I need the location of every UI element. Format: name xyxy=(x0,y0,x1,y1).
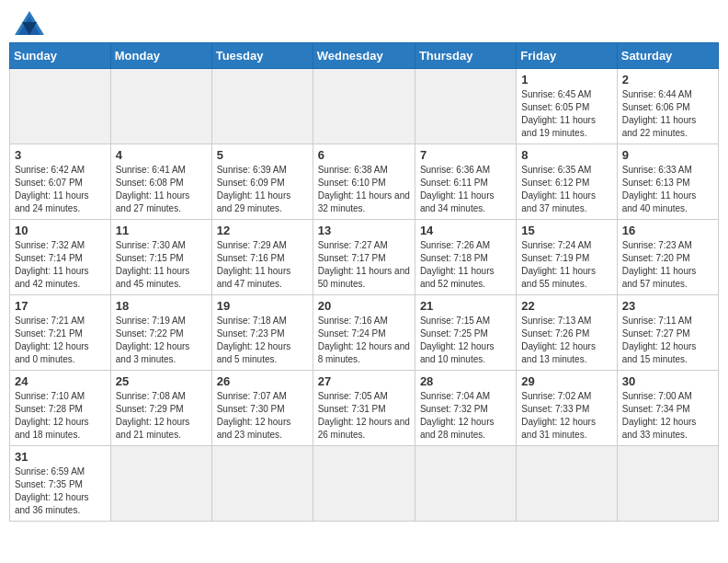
day-number: 19 xyxy=(217,299,308,313)
day-number: 10 xyxy=(15,224,106,237)
day-info: Sunrise: 6:36 AM Sunset: 6:11 PM Dayligh… xyxy=(420,164,511,215)
calendar-cell: 25Sunrise: 7:08 AM Sunset: 7:29 PM Dayli… xyxy=(110,371,211,446)
day-info: Sunrise: 7:32 AM Sunset: 7:14 PM Dayligh… xyxy=(15,239,106,291)
calendar-week-2: 3Sunrise: 6:42 AM Sunset: 6:07 PM Daylig… xyxy=(10,144,719,220)
calendar-cell xyxy=(617,446,718,522)
day-info: Sunrise: 7:08 AM Sunset: 7:29 PM Dayligh… xyxy=(116,390,207,442)
calendar-cell xyxy=(313,69,415,144)
calendar-cell xyxy=(10,69,111,144)
day-number: 11 xyxy=(116,224,207,237)
day-number: 30 xyxy=(622,374,713,388)
calendar-week-3: 10Sunrise: 7:32 AM Sunset: 7:14 PM Dayli… xyxy=(10,220,719,295)
day-number: 24 xyxy=(15,374,106,388)
day-number: 1 xyxy=(521,73,611,86)
day-number: 7 xyxy=(420,148,511,162)
calendar-cell xyxy=(211,69,313,144)
calendar-cell xyxy=(517,446,617,522)
calendar-cell: 23Sunrise: 7:11 AM Sunset: 7:27 PM Dayli… xyxy=(617,295,718,371)
day-info: Sunrise: 7:29 AM Sunset: 7:16 PM Dayligh… xyxy=(217,239,308,291)
calendar-cell: 21Sunrise: 7:15 AM Sunset: 7:25 PM Dayli… xyxy=(415,295,516,371)
day-info: Sunrise: 6:41 AM Sunset: 6:08 PM Dayligh… xyxy=(116,164,207,215)
calendar-cell: 14Sunrise: 7:26 AM Sunset: 7:18 PM Dayli… xyxy=(415,220,516,295)
calendar-cell: 30Sunrise: 7:00 AM Sunset: 7:34 PM Dayli… xyxy=(617,371,718,446)
calendar-cell: 7Sunrise: 6:36 AM Sunset: 6:11 PM Daylig… xyxy=(415,144,516,220)
day-info: Sunrise: 7:02 AM Sunset: 7:33 PM Dayligh… xyxy=(521,390,611,442)
calendar-cell: 16Sunrise: 7:23 AM Sunset: 7:20 PM Dayli… xyxy=(617,220,718,295)
column-header-sunday: Sunday xyxy=(10,43,111,69)
calendar-cell xyxy=(211,446,313,522)
calendar-week-5: 24Sunrise: 7:10 AM Sunset: 7:28 PM Dayli… xyxy=(10,371,719,446)
calendar-cell: 24Sunrise: 7:10 AM Sunset: 7:28 PM Dayli… xyxy=(10,371,111,446)
day-info: Sunrise: 6:44 AM Sunset: 6:06 PM Dayligh… xyxy=(622,88,713,140)
page-header xyxy=(9,9,719,37)
logo xyxy=(13,9,50,37)
calendar-cell xyxy=(415,446,516,522)
day-info: Sunrise: 7:23 AM Sunset: 7:20 PM Dayligh… xyxy=(622,239,713,291)
calendar-cell: 13Sunrise: 7:27 AM Sunset: 7:17 PM Dayli… xyxy=(313,220,415,295)
day-number: 31 xyxy=(15,450,106,464)
day-info: Sunrise: 7:07 AM Sunset: 7:30 PM Dayligh… xyxy=(217,390,308,442)
day-info: Sunrise: 7:10 AM Sunset: 7:28 PM Dayligh… xyxy=(15,390,106,442)
day-info: Sunrise: 6:45 AM Sunset: 6:05 PM Dayligh… xyxy=(521,88,611,140)
day-info: Sunrise: 6:33 AM Sunset: 6:13 PM Dayligh… xyxy=(622,164,713,215)
column-header-saturday: Saturday xyxy=(617,43,718,69)
day-info: Sunrise: 7:13 AM Sunset: 7:26 PM Dayligh… xyxy=(521,315,611,366)
calendar-week-4: 17Sunrise: 7:21 AM Sunset: 7:21 PM Dayli… xyxy=(10,295,719,371)
day-number: 23 xyxy=(622,299,713,313)
day-info: Sunrise: 7:30 AM Sunset: 7:15 PM Dayligh… xyxy=(116,239,207,291)
day-info: Sunrise: 7:18 AM Sunset: 7:23 PM Dayligh… xyxy=(217,315,308,366)
day-number: 16 xyxy=(622,224,713,237)
day-number: 15 xyxy=(521,224,611,237)
day-info: Sunrise: 6:35 AM Sunset: 6:12 PM Dayligh… xyxy=(521,164,611,215)
calendar-cell xyxy=(313,446,415,522)
day-info: Sunrise: 7:05 AM Sunset: 7:31 PM Dayligh… xyxy=(318,390,410,442)
calendar-cell: 22Sunrise: 7:13 AM Sunset: 7:26 PM Dayli… xyxy=(517,295,617,371)
calendar-cell: 5Sunrise: 6:39 AM Sunset: 6:09 PM Daylig… xyxy=(211,144,313,220)
day-number: 26 xyxy=(217,374,308,388)
calendar-cell: 17Sunrise: 7:21 AM Sunset: 7:21 PM Dayli… xyxy=(10,295,111,371)
calendar-cell: 18Sunrise: 7:19 AM Sunset: 7:22 PM Dayli… xyxy=(110,295,211,371)
calendar-cell xyxy=(415,69,516,144)
calendar-cell: 26Sunrise: 7:07 AM Sunset: 7:30 PM Dayli… xyxy=(211,371,313,446)
calendar-cell: 9Sunrise: 6:33 AM Sunset: 6:13 PM Daylig… xyxy=(617,144,718,220)
calendar-cell: 6Sunrise: 6:38 AM Sunset: 6:10 PM Daylig… xyxy=(313,144,415,220)
day-info: Sunrise: 7:27 AM Sunset: 7:17 PM Dayligh… xyxy=(318,239,410,291)
calendar-week-6: 31Sunrise: 6:59 AM Sunset: 7:35 PM Dayli… xyxy=(10,446,719,522)
calendar-cell: 31Sunrise: 6:59 AM Sunset: 7:35 PM Dayli… xyxy=(10,446,111,522)
day-number: 25 xyxy=(116,374,207,388)
day-info: Sunrise: 7:19 AM Sunset: 7:22 PM Dayligh… xyxy=(116,315,207,366)
calendar-cell: 29Sunrise: 7:02 AM Sunset: 7:33 PM Dayli… xyxy=(517,371,617,446)
calendar-cell: 3Sunrise: 6:42 AM Sunset: 6:07 PM Daylig… xyxy=(10,144,111,220)
column-header-tuesday: Tuesday xyxy=(211,43,313,69)
day-info: Sunrise: 6:39 AM Sunset: 6:09 PM Dayligh… xyxy=(217,164,308,215)
day-number: 12 xyxy=(217,224,308,237)
calendar-cell: 10Sunrise: 7:32 AM Sunset: 7:14 PM Dayli… xyxy=(10,220,111,295)
calendar-cell xyxy=(110,446,211,522)
day-number: 21 xyxy=(420,299,511,313)
day-number: 28 xyxy=(420,374,511,388)
day-number: 8 xyxy=(521,148,611,162)
calendar-cell: 8Sunrise: 6:35 AM Sunset: 6:12 PM Daylig… xyxy=(517,144,617,220)
calendar-cell xyxy=(110,69,211,144)
day-number: 13 xyxy=(318,224,410,237)
day-info: Sunrise: 7:11 AM Sunset: 7:27 PM Dayligh… xyxy=(622,315,713,366)
day-number: 22 xyxy=(521,299,611,313)
calendar-cell: 4Sunrise: 6:41 AM Sunset: 6:08 PM Daylig… xyxy=(110,144,211,220)
day-number: 17 xyxy=(15,299,106,313)
calendar-cell: 28Sunrise: 7:04 AM Sunset: 7:32 PM Dayli… xyxy=(415,371,516,446)
calendar-cell: 2Sunrise: 6:44 AM Sunset: 6:06 PM Daylig… xyxy=(617,69,718,144)
column-header-thursday: Thursday xyxy=(415,43,516,69)
calendar-cell: 15Sunrise: 7:24 AM Sunset: 7:19 PM Dayli… xyxy=(517,220,617,295)
logo-icon xyxy=(13,9,46,37)
day-number: 6 xyxy=(318,148,410,162)
day-number: 18 xyxy=(116,299,207,313)
day-number: 3 xyxy=(15,148,106,162)
calendar-table: SundayMondayTuesdayWednesdayThursdayFrid… xyxy=(9,42,719,522)
day-info: Sunrise: 6:38 AM Sunset: 6:10 PM Dayligh… xyxy=(318,164,410,215)
day-number: 2 xyxy=(622,73,713,86)
day-info: Sunrise: 7:24 AM Sunset: 7:19 PM Dayligh… xyxy=(521,239,611,291)
day-number: 27 xyxy=(318,374,410,388)
day-number: 29 xyxy=(521,374,611,388)
day-number: 9 xyxy=(622,148,713,162)
calendar-cell: 12Sunrise: 7:29 AM Sunset: 7:16 PM Dayli… xyxy=(211,220,313,295)
